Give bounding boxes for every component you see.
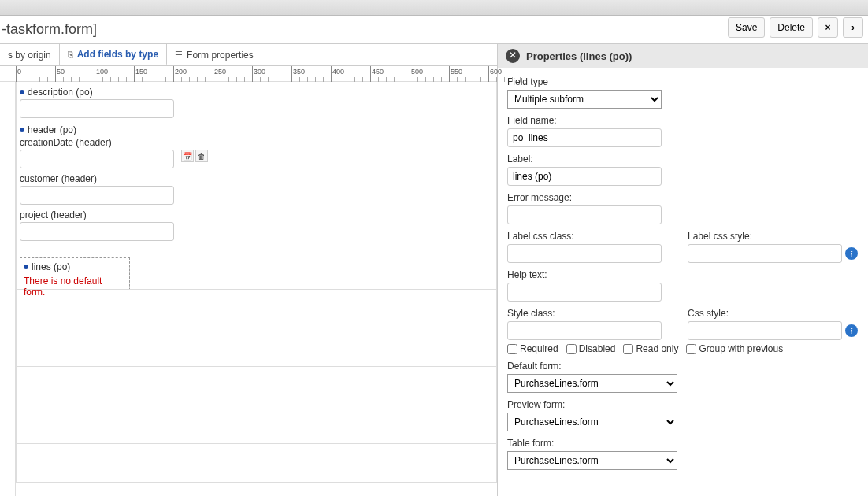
canvas-cell[interactable] [16, 289, 497, 328]
required-label: Required [520, 343, 558, 354]
main-area: s by origin ⎘ Add fields by type ☰ Form … [0, 44, 868, 496]
field-label: customer (header) [20, 173, 97, 184]
field-header[interactable]: header (po) creationDate (header) 📅 🗑 cu… [17, 120, 496, 242]
checkbox-row: Required Disabled Read only Group with p… [507, 343, 859, 354]
tabs-bar: s by origin ⎘ Add fields by type ☰ Form … [0, 44, 497, 66]
field-label: lines (po) [32, 261, 70, 272]
field-label: project (header) [20, 209, 87, 220]
dot-icon [24, 265, 28, 269]
help-text-input[interactable] [507, 283, 662, 302]
label-label: Label: [507, 154, 859, 165]
canvas-cell[interactable]: lines (po) There is no default form. [16, 254, 497, 290]
disabled-checkbox[interactable] [566, 344, 577, 354]
table-form-label: Table form: [507, 438, 859, 449]
list-icon: ☰ [175, 50, 183, 60]
breadcrumb: -taskform.form] [0, 21, 97, 38]
tab-label: s by origin [8, 50, 51, 61]
app-topbar [0, 0, 868, 16]
preview-form-select[interactable]: PurchaseLines.form [507, 413, 677, 431]
default-form-label: Default form: [507, 361, 859, 372]
dot-icon [20, 128, 24, 132]
default-form-select[interactable]: PurchaseLines.form [507, 374, 677, 393]
info-icon[interactable]: i [845, 324, 858, 337]
readonly-checkbox[interactable] [623, 344, 633, 354]
style-class-input[interactable] [507, 321, 662, 340]
close-button[interactable]: × [818, 17, 838, 38]
dot-icon [20, 90, 24, 94]
field-label: creationDate (header) [20, 137, 112, 148]
css-style-label: Css style: [688, 308, 859, 319]
preview-form-label: Preview form: [507, 399, 859, 410]
properties-body: Field type Multiple subform Field name: … [498, 68, 868, 492]
save-button[interactable]: Save [728, 17, 765, 38]
field-type-select[interactable]: Multiple subform [507, 90, 662, 109]
disabled-label: Disabled [579, 343, 616, 354]
project-input[interactable] [20, 222, 174, 241]
label-css-class-label: Label css class: [507, 231, 678, 242]
label-input[interactable] [507, 167, 662, 186]
canvas-wrap: description (po) header (po) creationDat… [0, 82, 497, 496]
readonly-label: Read only [636, 343, 678, 354]
help-text-label: Help text: [507, 269, 859, 280]
properties-header: ✕ Properties (lines (po)) [498, 44, 868, 68]
info-icon[interactable]: i [845, 247, 858, 260]
tab-add-fields-by-type[interactable]: ⎘ Add fields by type [60, 44, 167, 65]
canvas-cell[interactable]: description (po) header (po) creationDat… [16, 82, 497, 254]
customer-input[interactable] [20, 186, 174, 205]
groupprev-label: Group with previous [699, 343, 783, 354]
creationdate-input[interactable] [20, 150, 174, 168]
tab-fields-by-origin[interactable]: s by origin [0, 44, 60, 65]
link-icon: ⎘ [68, 50, 73, 59]
field-label: description (po) [28, 87, 93, 98]
field-name-input[interactable] [507, 128, 662, 147]
field-name-label: Field name: [507, 115, 859, 126]
tab-form-properties[interactable]: ☰ Form properties [167, 44, 262, 65]
ruler-vertical [0, 82, 16, 496]
ruler-horizontal: 050100150200250300350400450500550600 [0, 66, 497, 82]
canvas-cell[interactable] [16, 366, 497, 405]
field-type-label: Field type [507, 76, 859, 87]
error-input[interactable] [507, 205, 662, 224]
required-checkbox[interactable] [507, 344, 517, 354]
field-label: header (po) [28, 124, 76, 135]
label-css-style-label: Label css style: [688, 231, 859, 242]
error-label: Error message: [507, 192, 859, 203]
tab-label: Form properties [187, 50, 254, 61]
style-class-label: Style class: [507, 308, 678, 319]
description-input[interactable] [20, 99, 174, 118]
canvas-cell[interactable] [16, 328, 497, 367]
header-actions: Save Delete × › [728, 17, 863, 38]
groupprev-checkbox[interactable] [686, 344, 696, 354]
field-description[interactable]: description (po) [17, 82, 496, 120]
trash-icon[interactable]: 🗑 [195, 150, 208, 162]
close-icon[interactable]: ✕ [506, 49, 520, 63]
label-css-class-input[interactable] [507, 244, 662, 263]
label-css-style-input[interactable] [688, 244, 842, 263]
tab-label: Add fields by type [77, 49, 158, 60]
left-panel: s by origin ⎘ Add fields by type ☰ Form … [0, 44, 498, 496]
canvas-cell[interactable] [16, 405, 497, 444]
properties-title: Properties (lines (po)) [526, 50, 632, 62]
overflow-button[interactable]: › [843, 17, 863, 38]
css-style-input[interactable] [688, 321, 842, 340]
delete-button[interactable]: Delete [770, 17, 813, 38]
canvas-cell[interactable] [16, 443, 497, 483]
calendar-icon[interactable]: 📅 [181, 150, 194, 162]
properties-panel: ✕ Properties (lines (po)) Field type Mul… [498, 44, 868, 496]
table-form-select[interactable]: PurchaseLines.form [507, 451, 677, 470]
form-canvas[interactable]: description (po) header (po) creationDat… [16, 82, 497, 496]
